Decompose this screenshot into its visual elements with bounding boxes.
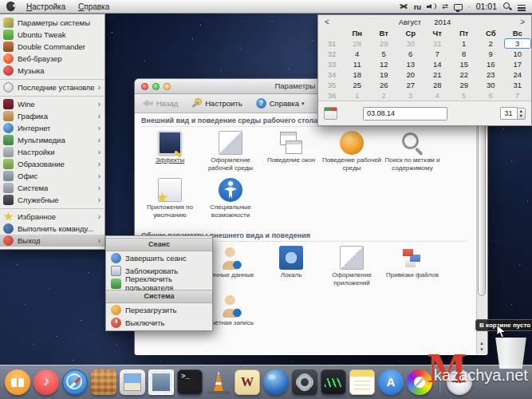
- search-icon[interactable]: [502, 2, 512, 11]
- settings-module[interactable]: Оформление приложений: [321, 246, 382, 286]
- calendar-day[interactable]: 6: [397, 49, 424, 59]
- notes-dock-icon[interactable]: [349, 369, 375, 395]
- settings-module[interactable]: Поведение окон: [261, 131, 321, 172]
- calendar-day[interactable]: 30: [397, 38, 424, 49]
- calendar-day[interactable]: 20: [397, 69, 424, 80]
- calendar-day[interactable]: 25: [344, 80, 371, 90]
- wine-dock-icon[interactable]: [234, 369, 260, 395]
- terminal-dock-icon[interactable]: [177, 369, 203, 395]
- calendar-day[interactable]: 15: [451, 59, 478, 69]
- calendar-day[interactable]: 29: [451, 80, 478, 90]
- volume-icon[interactable]: [427, 2, 436, 11]
- display-icon[interactable]: [454, 4, 463, 10]
- submenu-item[interactable]: Завершить сеанс: [106, 251, 212, 264]
- scroll-up-icon[interactable]: ▲: [479, 341, 484, 346]
- menubar-menu[interactable]: Справка: [78, 2, 109, 11]
- date-input[interactable]: [363, 107, 447, 120]
- calendar-day[interactable]: 26: [371, 80, 398, 90]
- calendar-day[interactable]: 13: [397, 59, 424, 69]
- calendar-day[interactable]: 28: [344, 38, 371, 49]
- calendar-day[interactable]: 5: [451, 90, 478, 101]
- menu-item[interactable]: Офис ›: [0, 170, 104, 182]
- prev-month-button[interactable]: <: [325, 18, 334, 26]
- menu-item[interactable]: Музыка: [0, 65, 104, 77]
- calendar-day[interactable]: 17: [504, 59, 531, 69]
- photos-dock-icon[interactable]: [120, 369, 145, 395]
- ibooks-dock-icon[interactable]: [5, 369, 30, 395]
- help-button[interactable]: Справка ▾: [256, 98, 305, 109]
- selected-day[interactable]: 3: [504, 38, 531, 49]
- calendar-day[interactable]: 21: [424, 69, 451, 80]
- calendar-day[interactable]: 28: [424, 80, 451, 90]
- submenu-item[interactable]: Перезагрузить: [106, 303, 212, 316]
- calendar-day[interactable]: 6: [478, 90, 505, 101]
- clipboard-scissors-icon[interactable]: [399, 2, 408, 11]
- menu-item[interactable]: Выход ›: [0, 235, 104, 247]
- calendar-day[interactable]: 19: [371, 69, 398, 80]
- calendar-day[interactable]: 3: [397, 90, 424, 101]
- menubar-clock[interactable]: 01:01: [476, 2, 497, 11]
- menu-item[interactable]: Ubuntu Tweak: [0, 29, 104, 41]
- menu-item[interactable]: Избранное ›: [0, 208, 104, 223]
- submenu-item[interactable]: Выключить: [106, 316, 212, 329]
- activity-monitor-dock-icon[interactable]: [321, 369, 346, 395]
- calendar-day[interactable]: 14: [424, 59, 451, 69]
- settings-module[interactable]: Поиск по меткам и содержимому: [382, 131, 443, 172]
- calendar-day[interactable]: 29: [371, 38, 398, 49]
- settings-module[interactable]: Эффекты: [140, 131, 200, 172]
- menu-item[interactable]: Параметры системы: [0, 17, 104, 29]
- back-button[interactable]: Назад: [143, 98, 178, 109]
- calendar-day[interactable]: 7: [504, 90, 531, 101]
- calendar-day[interactable]: 2: [478, 38, 505, 49]
- calendar-day[interactable]: 7: [424, 49, 451, 59]
- calendar-day[interactable]: 27: [397, 80, 424, 90]
- calendar-day[interactable]: 24: [504, 69, 531, 80]
- window-scrollbar[interactable]: ▲ ▼: [476, 113, 487, 354]
- week-spinner[interactable]: 31 ▲ ▼: [500, 107, 526, 120]
- menu-item[interactable]: Графика ›: [0, 110, 104, 122]
- task-list-icon[interactable]: [518, 5, 526, 11]
- scroll-down-icon[interactable]: ▼: [479, 347, 484, 353]
- network-icon[interactable]: ⇄: [442, 2, 448, 11]
- system-preferences-dock-icon[interactable]: [292, 369, 317, 395]
- settings-module[interactable]: Привязки файлов: [382, 246, 443, 286]
- app-store-dock-icon[interactable]: [378, 369, 404, 395]
- calendar-day[interactable]: 30: [478, 80, 505, 90]
- menu-item[interactable]: Служебные ›: [0, 194, 104, 206]
- menubar-menu[interactable]: Настройка: [26, 2, 65, 11]
- safari-dock-icon[interactable]: [62, 369, 88, 395]
- calendar-day[interactable]: 10: [504, 49, 531, 59]
- calendar-day[interactable]: 1: [344, 90, 371, 101]
- calendar-day[interactable]: 23: [478, 69, 505, 80]
- calendar-year[interactable]: 2014: [434, 18, 451, 26]
- calendar-day[interactable]: 11: [344, 59, 371, 69]
- menu-item[interactable]: Мультимедиа ›: [0, 134, 104, 146]
- calendar-day[interactable]: 4: [424, 90, 451, 101]
- menu-item[interactable]: Последние установленные ›: [0, 79, 104, 93]
- calendar-day[interactable]: 16: [478, 59, 505, 69]
- calendar-day[interactable]: 8: [451, 49, 478, 59]
- calendar-day[interactable]: 5: [371, 49, 398, 59]
- calendar-day[interactable]: 9: [478, 49, 505, 59]
- calendar-day[interactable]: 31: [424, 38, 451, 49]
- calendar-day[interactable]: 1: [451, 38, 478, 49]
- vlc-dock-icon[interactable]: [206, 369, 231, 395]
- spinner-down-icon[interactable]: ▼: [518, 113, 525, 119]
- calendar-month[interactable]: Август: [399, 18, 422, 26]
- clock-dock-icon[interactable]: [447, 369, 472, 395]
- network-globe-dock-icon[interactable]: [263, 369, 289, 395]
- settings-module[interactable]: Приложения по умолчанию: [140, 178, 200, 219]
- music-dock-icon[interactable]: [33, 369, 59, 395]
- menu-item[interactable]: Интернет ›: [0, 122, 104, 134]
- settings-module[interactable]: Локаль: [261, 246, 321, 286]
- menu-item[interactable]: Выполнить команду...: [0, 223, 104, 235]
- menu-item[interactable]: Веб-браузер: [0, 53, 104, 65]
- files-dock-icon[interactable]: [91, 369, 116, 395]
- calendar-day[interactable]: 31: [504, 80, 531, 90]
- calendar-day[interactable]: 18: [344, 69, 371, 80]
- submenu-item[interactable]: Переключить пользователя: [106, 277, 212, 290]
- keyboard-layout-indicator[interactable]: ru: [414, 2, 422, 11]
- calendar-day[interactable]: 4: [344, 49, 371, 59]
- mail-dock-icon[interactable]: [148, 369, 174, 395]
- configure-button[interactable]: Настроить: [191, 98, 242, 109]
